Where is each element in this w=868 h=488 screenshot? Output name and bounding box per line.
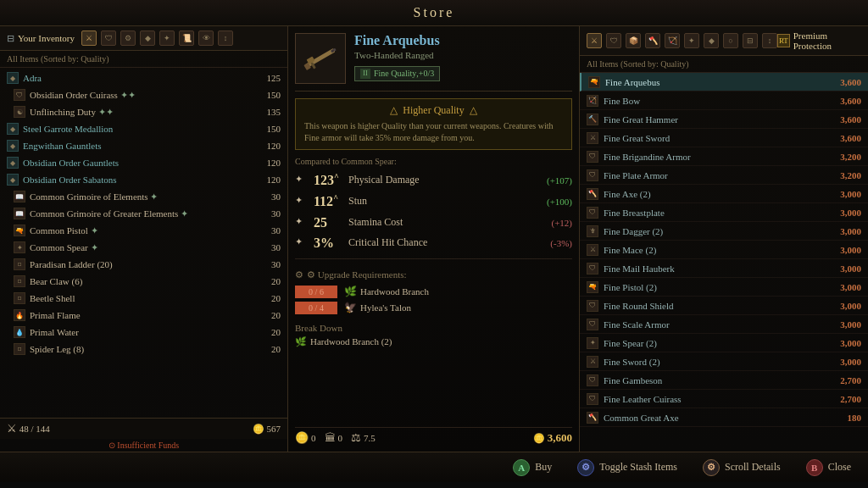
item-price: 30 xyxy=(255,225,281,236)
store-item-icon: 🔫 xyxy=(588,76,600,88)
silver-display: 🏛 0 xyxy=(325,431,343,445)
store-list-item[interactable]: 🛡 Fine Breastplate 3,000 xyxy=(580,203,868,222)
upgrade-icon: ⚙ xyxy=(295,269,303,280)
stat-change: (+100) xyxy=(547,197,572,207)
store-item-list[interactable]: 🔫 Fine Arquebus 3,600 🏹 Fine Bow 3,600 🔨… xyxy=(580,73,868,452)
list-item[interactable]: ⌑ Spider Leg (8) 20 xyxy=(0,341,287,358)
item-header: Fine Arquebus Two-Handed Ranged II Fine … xyxy=(295,33,572,92)
item-price: 20 xyxy=(255,344,281,354)
scroll-details-action[interactable]: ⚙ Scroll Details xyxy=(703,459,781,476)
store-list-item[interactable]: 🛡 Fine Plate Armor 3,200 xyxy=(580,166,868,185)
filter-all-icon[interactable]: ⚔ xyxy=(81,30,97,46)
inventory-header: ⊟ Your Inventory ⚔ 🛡 ⚙ ◆ ✦ 📜 👁 ↕ xyxy=(0,26,287,51)
store-list-item[interactable]: 🛡 Fine Scale Armor 3,000 xyxy=(580,315,868,334)
store-item-price: 3,600 xyxy=(840,133,861,143)
item-price: 20 xyxy=(255,327,281,337)
hq-title: △ Higher Quality △ xyxy=(304,104,563,117)
list-item[interactable]: 📖 Common Grimoire of Elements ✦ 30 xyxy=(0,188,287,205)
store-filter-ring[interactable]: ○ xyxy=(723,33,738,48)
store-list-item-fine-arquebus[interactable]: 🔫 Fine Arquebus 3,600 xyxy=(580,73,868,92)
list-item[interactable]: ✦ Common Spear ✦ 30 xyxy=(0,239,287,256)
store-list-item[interactable]: 🪓 Fine Axe (2) 3,000 xyxy=(580,185,868,203)
store-item-icon: 🛡 xyxy=(587,374,598,386)
filter-sort-icon[interactable]: ↕ xyxy=(218,30,233,46)
quality-label: Fine Quality xyxy=(374,69,416,78)
store-list-item[interactable]: 🔨 Fine Great Hammer 3,600 xyxy=(580,110,868,129)
inventory-icon-row: ⚔ 🛡 ⚙ ◆ ✦ 📜 👁 ↕ xyxy=(81,30,233,46)
item-name: Unflinching Duty ✦✦ xyxy=(30,107,255,118)
list-item[interactable]: ◆ Adra 125 xyxy=(0,69,287,86)
filter-gem-icon[interactable]: ◆ xyxy=(140,30,155,46)
store-item-name: Fine Round Shield xyxy=(604,301,840,311)
store-list-item[interactable]: ✦ Fine Spear (2) 3,000 xyxy=(580,334,868,352)
store-item-name: Fine Breastplate xyxy=(604,208,840,218)
store-filter-all[interactable]: ⚔ xyxy=(587,33,602,48)
inventory-icon: ⊟ xyxy=(7,33,14,44)
filter-gear-icon[interactable]: ⚙ xyxy=(120,30,136,46)
store-title: Store xyxy=(414,5,455,19)
list-item[interactable]: ◆ Obsidian Order Gauntlets 120 xyxy=(0,154,287,171)
list-item[interactable]: ◆ Steel Garrote Medallion 150 xyxy=(0,120,287,137)
store-filter-box[interactable]: 📦 xyxy=(626,33,641,48)
store-list-item[interactable]: 🪓 Common Great Axe 180 xyxy=(580,408,868,427)
store-list-item[interactable]: ⚔ Fine Great Sword 3,600 xyxy=(580,129,868,147)
list-item[interactable]: 🛡 Obsidian Order Cuirass ✦✦ 150 xyxy=(0,86,287,103)
store-item-icon: 🗡 xyxy=(587,225,598,237)
item-name: Obsidian Order Gauntlets xyxy=(23,158,255,168)
price-value: 3,600 xyxy=(548,431,572,445)
filter-misc-icon[interactable]: 👁 xyxy=(198,30,214,46)
store-filter-armor[interactable]: 🛡 xyxy=(606,33,621,48)
item-icon: ◆ xyxy=(7,123,19,135)
store-list-item[interactable]: 🗡 Fine Dagger (2) 3,000 xyxy=(580,222,868,241)
list-item[interactable]: 📖 Common Grimoire of Greater Elements ✦ … xyxy=(0,205,287,222)
list-item[interactable]: 🔥 Primal Flame 20 xyxy=(0,307,287,324)
item-price: 120 xyxy=(255,175,281,185)
filter-magic-icon[interactable]: ✦ xyxy=(159,30,175,46)
store-item-price: 3,200 xyxy=(840,170,861,180)
store-list-item[interactable]: 🛡 Fine Round Shield 3,000 xyxy=(580,297,868,315)
list-item[interactable]: ⌑ Bear Claw (6) 20 xyxy=(0,273,287,290)
item-price: 20 xyxy=(255,310,281,320)
item-name: Primal Water xyxy=(30,327,255,337)
list-item[interactable]: ◆ Engwithan Gauntlets 120 xyxy=(0,137,287,154)
store-item-price: 3,600 xyxy=(840,114,861,125)
toggle-stash-action[interactable]: ⚙ Toggle Stash Items xyxy=(577,459,677,476)
store-filter-magic[interactable]: ✦ xyxy=(684,33,699,48)
item-price: 30 xyxy=(255,259,281,269)
filter-armor-icon[interactable]: 🛡 xyxy=(101,30,116,46)
store-item-name: Fine Arquebus xyxy=(605,77,840,87)
list-item[interactable]: 🔫 Common Pistol ✦ 30 xyxy=(0,222,287,239)
store-filter-misc[interactable]: ⊟ xyxy=(743,33,758,48)
store-list-item[interactable]: 🛡 Fine Mail Hauberk 3,000 xyxy=(580,259,868,278)
store-list-item[interactable]: 🛡 Fine Gambeson 2,700 xyxy=(580,371,868,390)
list-item[interactable]: ☯ Unflinching Duty ✦✦ 135 xyxy=(0,103,287,120)
store-item-icon: 🪓 xyxy=(587,188,598,200)
list-item-water[interactable]: 💧 Primal Water 20 xyxy=(0,324,287,341)
store-list-item[interactable]: 🔫 Fine Pistol (2) 3,000 xyxy=(580,278,868,297)
store-filter-bow[interactable]: 🏹 xyxy=(665,33,680,48)
store-list-item[interactable]: ⚔ Fine Sword (2) 3,000 xyxy=(580,352,868,371)
close-button-icon: B xyxy=(806,459,823,476)
store-list-item[interactable]: 🛡 Fine Leather Cuirass 2,700 xyxy=(580,390,868,408)
scroll-details-icon: ⚙ xyxy=(703,459,720,476)
store-icon-row: ⚔ 🛡 📦 🪓 🏹 ✦ ◆ ○ ⊟ ↕ xyxy=(587,33,777,48)
list-item[interactable]: ⌑ Paradisan Ladder (20) 30 xyxy=(0,256,287,273)
list-item-beetle-shell[interactable]: ⌑ Beetle Shell 20 xyxy=(0,290,287,307)
store-item-price: 3,000 xyxy=(840,263,861,274)
store-filter-axe[interactable]: 🪓 xyxy=(645,33,660,48)
close-action[interactable]: B Close xyxy=(806,459,851,476)
item-icon: ⌑ xyxy=(14,258,25,270)
item-name: Bear Claw (6) xyxy=(30,276,255,286)
filter-scroll-icon[interactable]: 📜 xyxy=(179,30,194,46)
list-item[interactable]: ◆ Obsidian Order Sabatons 120 xyxy=(0,171,287,188)
store-list-item[interactable]: 🛡 Fine Brigandine Armor 3,200 xyxy=(580,147,868,166)
stat-icon: ✦ xyxy=(295,236,309,250)
weight-value: 7.5 xyxy=(364,433,376,443)
store-list-item[interactable]: 🏹 Fine Bow 3,600 xyxy=(580,92,868,110)
store-filter-sort[interactable]: ↕ xyxy=(762,33,777,48)
buy-action[interactable]: A Buy xyxy=(513,459,552,476)
inventory-item-list[interactable]: ◆ Adra 125 🛡 Obsidian Order Cuirass ✦✦ 1… xyxy=(0,68,287,418)
item-name: Paradisan Ladder (20) xyxy=(30,259,255,269)
store-list-item[interactable]: ⚔ Fine Mace (2) 3,000 xyxy=(580,241,868,259)
store-filter-gem[interactable]: ◆ xyxy=(704,33,719,48)
